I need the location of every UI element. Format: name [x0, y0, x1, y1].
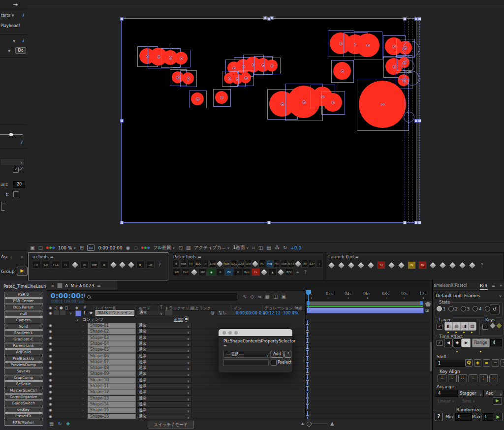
- dropdown-chevron-icon[interactable]: ▼: [13, 39, 15, 43]
- shape-mode-select[interactable]: 通常∨: [136, 377, 191, 383]
- patectools-title[interactable]: PatecTools ≡: [169, 253, 323, 259]
- shape-name-field[interactable]: Shape-03: [88, 335, 136, 341]
- sidebar-button-setkey[interactable]: setKey: [4, 407, 43, 413]
- launchpad-title[interactable]: Launch Pad ≡: [324, 253, 504, 259]
- anchor-point[interactable]: [341, 69, 344, 73]
- count-input[interactable]: 20: [13, 181, 25, 188]
- range-input[interactable]: 4: [490, 339, 502, 346]
- anchor-point[interactable]: [187, 77, 190, 80]
- sidebar-button-guideswitch[interactable]: GuideSwitch: [4, 400, 43, 406]
- sidebar-button-previewdump[interactable]: PreviewDump: [4, 362, 43, 368]
- randomize-help-button[interactable]: ?: [435, 413, 443, 421]
- state-radio-2[interactable]: 2: [448, 306, 457, 311]
- tool-icon[interactable]: PS: [258, 260, 265, 268]
- selection-handle[interactable]: [403, 17, 407, 21]
- shape-name-field[interactable]: Shape-13: [88, 396, 136, 401]
- anchor-point[interactable]: [302, 100, 306, 104]
- channel-glasses-icon[interactable]: [46, 246, 55, 249]
- shape-eye-icon[interactable]: ◉: [49, 347, 52, 352]
- truncated-dropdown[interactable]: ∨: [0, 158, 25, 165]
- shape-expander[interactable]: ›: [82, 360, 84, 364]
- shape-eye-icon[interactable]: ◉: [49, 390, 52, 394]
- info-icon-2[interactable]: i: [22, 38, 24, 43]
- sidebar-button-presetfx[interactable]: PresetFX: [4, 413, 43, 419]
- shape-mode-select[interactable]: 通常∨: [136, 359, 191, 365]
- tool-icon[interactable]: Ai: [80, 261, 89, 269]
- shape-eye-icon[interactable]: ◉: [49, 341, 52, 346]
- shape-row[interactable]: ◉›Shape-01通常∨: [47, 322, 305, 329]
- layer-segment-button[interactable]: ◧: [445, 322, 453, 330]
- reset-exposure-icon[interactable]: ↻: [283, 245, 287, 250]
- tool-icon[interactable]: [357, 262, 365, 269]
- shape-expander[interactable]: ›: [82, 402, 84, 406]
- shape-eye-icon[interactable]: ◉: [49, 360, 52, 364]
- radio-icon[interactable]: [437, 306, 442, 311]
- tool-icon[interactable]: ≣: [173, 260, 180, 268]
- shape-row[interactable]: ◉›Shape-10通常∨: [47, 377, 305, 383]
- layer-label-chip[interactable]: [75, 310, 81, 316]
- info-icon[interactable]: i: [22, 13, 24, 18]
- graph-icon[interactable]: ▤: [266, 245, 271, 250]
- layer-duration-bar[interactable]: [307, 307, 424, 313]
- shape-row[interactable]: ◉›Shape-11通常∨: [47, 383, 305, 389]
- tool-icon[interactable]: ▱: [202, 260, 209, 268]
- do-button[interactable]: Do: [15, 47, 26, 54]
- track-matte-box[interactable]: [165, 310, 172, 315]
- layer-segment-button[interactable]: ▤: [469, 322, 476, 330]
- shape-name-field[interactable]: Shape-09: [88, 371, 136, 377]
- timeline-zoom-knob[interactable]: [307, 422, 312, 427]
- shape-eye-icon[interactable]: ◉: [49, 323, 52, 328]
- anchor-point[interactable]: [176, 76, 180, 79]
- shape-row[interactable]: ◉›Shape-14通常∨: [47, 401, 305, 407]
- tab-chameleonx[interactable]: ameleonX(Patec): [434, 283, 467, 288]
- tool-icon[interactable]: Tle: [32, 261, 40, 269]
- selection-handle[interactable]: [418, 119, 421, 123]
- shape-mode-select[interactable]: 通常∨: [136, 329, 191, 335]
- shape-mode-select[interactable]: 通常∨: [136, 341, 191, 347]
- layer-in-value[interactable]: 0:00:00:00: [236, 311, 257, 315]
- channel-dots-icon[interactable]: [141, 246, 150, 249]
- shape-expander[interactable]: ›: [82, 354, 84, 358]
- shape-expander[interactable]: ›: [82, 384, 84, 388]
- anchor-point[interactable]: [392, 45, 396, 48]
- tool-icon[interactable]: [347, 262, 355, 269]
- tool-icon[interactable]: [367, 262, 375, 269]
- shape-row[interactable]: ◉›Shape-15通常∨: [47, 407, 305, 413]
- t-checkbox[interactable]: [13, 191, 19, 197]
- dialog-menu-icon[interactable]: ≡: [223, 343, 227, 348]
- sidebar-button-rescale[interactable]: ReScale: [4, 381, 43, 387]
- shape-name-field[interactable]: Shape-10: [88, 377, 136, 383]
- tool-icon[interactable]: [398, 262, 405, 269]
- tool-icon[interactable]: [338, 262, 345, 269]
- shape-row[interactable]: ◉›Shape-12通常∨: [47, 389, 305, 395]
- selection-handle[interactable]: [263, 16, 267, 20]
- anchor-point[interactable]: [169, 56, 172, 60]
- sidebar-button-solid[interactable]: Solid: [4, 324, 43, 330]
- work-area-span[interactable]: [307, 302, 423, 306]
- dual-view-icon[interactable]: ▣: [30, 245, 34, 250]
- shift-button-Q[interactable]: Q: [465, 359, 472, 367]
- sidebar-button-camera[interactable]: Camera: [4, 317, 43, 323]
- shape-mode-select[interactable]: 通常∨: [136, 347, 191, 353]
- frame-blend-icon[interactable]: ▦: [265, 294, 269, 299]
- monitor-icon[interactable]: ▢: [38, 245, 42, 250]
- shape-expander[interactable]: ›: [82, 397, 84, 400]
- tool-icon[interactable]: [260, 269, 268, 276]
- pixel-aspect-icon[interactable]: ◫: [258, 245, 263, 250]
- anchor-point[interactable]: [366, 44, 370, 47]
- state-radio-1[interactable]: 1: [437, 306, 445, 311]
- arrow-icon[interactable]: →: [13, 1, 18, 8]
- shape-mode-select[interactable]: 通常∨: [136, 389, 191, 395]
- anchor-point[interactable]: [381, 103, 384, 106]
- sidebar-button-mastersizectrl[interactable]: MasterSizeCtrl: [4, 388, 43, 394]
- anchor-point[interactable]: [281, 102, 284, 106]
- work-area-end-handle[interactable]: [420, 301, 423, 305]
- tool-icon[interactable]: Png: [266, 260, 273, 268]
- shape-mode-select[interactable]: 通常∨: [136, 396, 191, 401]
- arrange-input[interactable]: 4: [436, 390, 457, 397]
- selection-handle[interactable]: [418, 221, 421, 224]
- shape-expander[interactable]: ›: [82, 390, 84, 394]
- transparency-grid-icon[interactable]: ▨: [186, 245, 190, 250]
- key-align-button[interactable]: ∵: [448, 374, 457, 382]
- max-input[interactable]: 1: [482, 413, 495, 421]
